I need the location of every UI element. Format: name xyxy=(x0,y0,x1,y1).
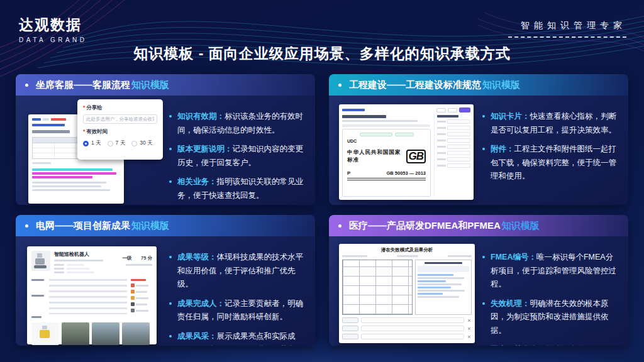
achievement-photos xyxy=(31,322,152,345)
mini-achievement-screenshot: 智能巡检机器人 一级 75 分 xyxy=(27,246,157,344)
bullet-dot-icon xyxy=(482,302,485,305)
list-item: 相关业务：指明该知识关联的常见业务，便于快速查找回复。 xyxy=(169,175,305,202)
bullet-dot-icon xyxy=(169,148,172,150)
share-label-row: * 分享给 xyxy=(83,104,157,112)
doc-text-line xyxy=(32,185,101,187)
achievement-text-block xyxy=(49,279,127,314)
bullet-term: 成果完成人： xyxy=(177,299,225,308)
panel-title: 坐席客服——客服流程知识模版 xyxy=(36,79,169,91)
radio-7day[interactable] xyxy=(108,141,113,146)
doc-link-line xyxy=(32,124,65,126)
bullet-list: 成果等级：体现科技成果的技术水平和应用价值，便于评估和推广优先级。 成果完成人：… xyxy=(169,243,306,346)
gb-udc: UDC xyxy=(347,139,426,143)
list-item: FMEA编号：唯一标识每个FMEA分析项目，便于追踪和管理风险管控过程。 xyxy=(482,251,618,292)
form-label-box xyxy=(342,317,358,323)
bullet-term: 失效机理： xyxy=(491,299,530,308)
photo-robot-drawing xyxy=(31,322,59,345)
share-input[interactable] xyxy=(83,114,157,124)
brand-logo-cn: 达观数据 xyxy=(19,15,87,35)
doc-text-line xyxy=(32,182,106,184)
slide: 达观数据 DATA GRAND 智能知识管理专家 知识模板 - 面向企业级应用场… xyxy=(0,0,644,362)
bullet-dot-icon xyxy=(169,302,172,305)
validity-label-row: * 有效时间 xyxy=(83,128,157,136)
validity-label: 有效时间 xyxy=(86,128,108,136)
cover-rule xyxy=(347,178,426,178)
radio-1day-selected[interactable] xyxy=(83,141,89,146)
close-icon[interactable] xyxy=(467,318,472,323)
primary-button[interactable] xyxy=(459,107,470,112)
doc-heading-line xyxy=(32,130,70,133)
doc-highlight-magenta xyxy=(32,172,116,175)
form-input-bar[interactable] xyxy=(361,317,464,323)
header-bullet-dot xyxy=(25,84,28,87)
form-input-bar[interactable] xyxy=(361,326,464,331)
panel-title: 医疗——产品研发DFMEA和PFMEA知识模版 xyxy=(349,220,540,232)
panel-title: 电网——项目创新成果知识模版 xyxy=(36,220,169,232)
secondary-button[interactable] xyxy=(436,108,446,112)
fmea-form-rows xyxy=(342,317,472,339)
robot-product-image xyxy=(31,251,50,271)
doc-text-line xyxy=(32,189,110,191)
list-item: 成果完成人：记录主要贡献者，明确责任归属，同时激励科研创新。 xyxy=(169,297,305,324)
panel-header-power-grid: 电网——项目创新成果知识模版 xyxy=(16,215,315,236)
panel-title: 工程建设——工程建设标准规范知识模版 xyxy=(349,79,520,91)
score-value: 75 分 xyxy=(141,255,152,261)
achievement-subtitle xyxy=(54,260,103,261)
sidebar-title xyxy=(437,115,458,118)
panel-engineering: 工程建设——工程建设标准规范知识模版 xyxy=(329,74,628,205)
doc-text-line xyxy=(32,162,51,164)
panel-title-highlight: 知识模版 xyxy=(131,79,169,90)
gb-standard-code: GB 50053 — 2013 xyxy=(386,170,426,176)
close-icon[interactable] xyxy=(467,334,472,339)
form-label-box xyxy=(342,334,358,339)
cover-rule xyxy=(347,180,426,180)
doc-highlight-magenta xyxy=(32,176,92,178)
form-input-bar[interactable] xyxy=(361,334,464,339)
panel-title-highlight: 知识模版 xyxy=(502,220,540,231)
header-bullet-dot xyxy=(338,84,341,87)
bullet-dot-icon xyxy=(482,148,485,150)
tagline-dashed-line xyxy=(508,36,626,38)
panel-header-engineering: 工程建设——工程建设标准规范知识模版 xyxy=(329,74,628,96)
gb-standard-name: 中华人民共和国国家标准 xyxy=(347,149,406,164)
bullet-dot-icon xyxy=(169,115,172,118)
radio-30day-label[interactable]: 30 天 xyxy=(140,140,152,147)
form-label-box xyxy=(342,326,358,331)
radio-30day[interactable] xyxy=(131,141,137,146)
panel-title-highlight: 知识模版 xyxy=(482,79,520,90)
panel-title-main: 工程建设——工程建设标准规范 xyxy=(349,79,481,90)
panel-title-main: 电网——项目创新成果 xyxy=(36,220,130,231)
close-icon[interactable] xyxy=(467,326,472,331)
panel-title-highlight: 知识模版 xyxy=(131,220,169,231)
brand-tagline-text: 智能知识管理专家 xyxy=(508,20,626,31)
gb-p-mark: P xyxy=(347,170,350,176)
required-asterisk: * xyxy=(83,128,85,134)
radio-1day-label[interactable]: 1 天 xyxy=(91,140,101,147)
bullet-term: 知识有效期： xyxy=(177,112,225,121)
fmea-report-panel xyxy=(415,260,472,315)
panel-header-customer-service: 坐席客服——客服流程知识模版 xyxy=(16,74,315,96)
page-title: 知识模板 - 面向企业级应用场景、多样化的知识承载方式 xyxy=(0,44,644,63)
bullet-dot-icon xyxy=(482,115,485,118)
doc-highlight-cyan xyxy=(32,168,113,171)
bullet-list: 知识有效期：标识该条业务的有效时间，确保活动信息的时效性。 版本更新说明：记录知… xyxy=(169,102,306,205)
list-item: 版本更新说明：记录知识内容的变更历史，便于回复客户。 xyxy=(169,143,305,170)
gb-standard-cover: UDC 中华人民共和国国家标准 GB P GB 50053 — 2013 xyxy=(342,129,431,197)
brand-logo: 达观数据 DATA GRAND xyxy=(19,15,87,43)
bullet-term: 版本更新说明： xyxy=(177,145,233,153)
gb-logo: GB xyxy=(406,150,426,164)
thumbnail-customer-service: * 分享给 * 有效时间 1 天 7 天 xyxy=(25,102,162,205)
secondary-button[interactable] xyxy=(448,108,457,112)
list-item: 成果等级：体现科技成果的技术水平和应用价值，便于评估和推广优先级。 xyxy=(169,251,305,292)
doc-toolbar-item xyxy=(43,118,49,121)
knowledge-card-sidebar xyxy=(434,115,470,197)
editor-breadcrumb xyxy=(342,109,365,111)
doc-title-line xyxy=(342,115,386,118)
bullet-term: 成果风采： xyxy=(177,332,217,341)
list-item: 知识卡片：快速查看核心指标，判断是否可以复用工程，提升决策效率。 xyxy=(482,110,618,137)
bullet-term: 相关业务： xyxy=(177,177,217,186)
achievement-title: 智能巡检机器人 xyxy=(54,251,119,258)
panel-medical: 医疗——产品研发DFMEA和PFMEA知识模版 潜在失效模式及后果分析 xyxy=(329,215,628,346)
header-bullet-dot xyxy=(25,224,28,228)
radio-7day-label[interactable]: 7 天 xyxy=(116,140,126,147)
